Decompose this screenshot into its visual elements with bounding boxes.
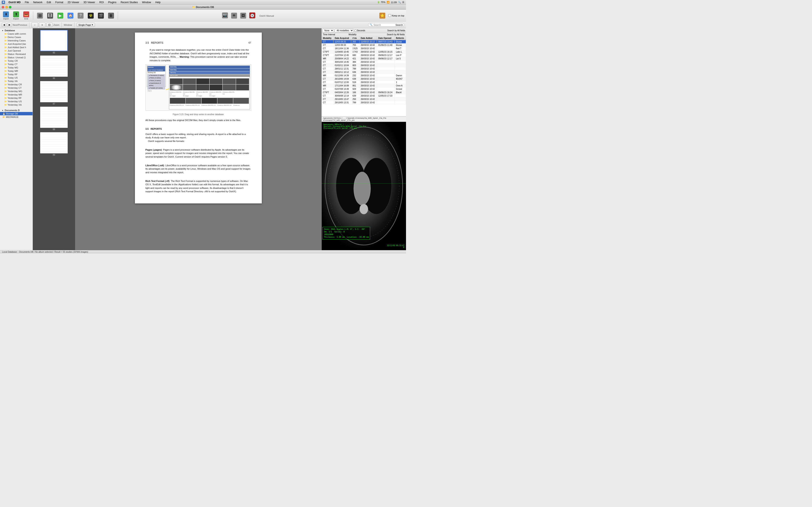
table-row[interactable]: CT\PT 04/03/04 12:26 166 26/03/15 10:42 … xyxy=(322,91,406,94)
table-row[interactable]: CT 28/01/11 12:31 788 26/03/15 10:42 xyxy=(322,67,406,70)
menu-network[interactable]: Network xyxy=(32,0,43,4)
pdf-search-input[interactable] xyxy=(373,24,395,26)
none-select[interactable]: None xyxy=(322,29,334,32)
thumb-88[interactable]: 88 xyxy=(40,107,68,130)
col-date-added[interactable]: Date Added xyxy=(359,36,377,40)
zoom-fit-button[interactable]: ⊡ xyxy=(46,22,52,27)
maximize-button[interactable] xyxy=(9,6,11,8)
table-row[interactable]: MR 17/11/04 16:08 861 26/03/15 10:42 Ore… xyxy=(322,84,406,88)
menu-window[interactable]: Window xyxy=(141,0,152,4)
table-row[interactable]: CT 18/11/04 11:36 1'625 26/03/15 10:42 R… xyxy=(322,47,406,50)
mode-dropdown-icon[interactable]: ▾ xyxy=(92,23,93,26)
toolbar-btn-eye[interactable]: 👁 xyxy=(230,12,238,19)
toolbar-btn-camera[interactable]: 📷 xyxy=(221,12,229,19)
zoom-in-button[interactable]: ＋ xyxy=(39,22,45,27)
export-button[interactable]: ⬆ Export xyxy=(12,11,20,20)
toolbar-btn-green[interactable]: ▶ xyxy=(56,12,64,19)
keep-on-top-checkbox[interactable] xyxy=(388,14,391,17)
table-row[interactable]: MR 25/08/04 14:22 421 26/03/15 10:42 09/… xyxy=(322,57,406,60)
sidebar-yesterday-rf[interactable]: 📁 Yesterday RF xyxy=(0,96,33,100)
table-row[interactable]: CT 12/03 09:33 755 26/03/15 10:42 01/06/… xyxy=(322,44,406,47)
menu-file[interactable]: File xyxy=(24,0,30,4)
toolbar-btn-cd[interactable]: 💿 xyxy=(248,12,256,19)
sidebar-today-rf[interactable]: 📁 Today RF xyxy=(0,73,33,76)
table-row[interactable]: CT 01/07/12 12:00 518 26/03/15 10:42 1 xyxy=(322,81,406,84)
sidebar-just-acquired[interactable]: 📁 Just Acquired (las xyxy=(0,42,33,46)
table-row[interactable]: CT\PT 11/04/05 10:45 1'743 26/03/15 10:4… xyxy=(322,50,406,54)
menu-recent[interactable]: Recent Studies xyxy=(120,0,139,4)
menu-app[interactable]: OsiriX MD xyxy=(8,0,21,4)
menu-edit[interactable]: Edit xyxy=(46,0,52,4)
sidebar-yesterday-mr[interactable]: 📁 Yesterday MR xyxy=(0,93,33,96)
col-num-im[interactable]: # im xyxy=(351,36,359,40)
toolbar-btn-radioactive[interactable]: ☢ xyxy=(87,12,95,19)
toolbar-btn-question[interactable]: ? xyxy=(77,12,85,19)
sidebar-yesterday-us[interactable]: 📁 Yesterday US xyxy=(0,100,33,103)
prev-button[interactable]: ◀ xyxy=(2,23,6,27)
sidebar-medimage[interactable]: 📂 MEDIMAGE xyxy=(0,115,33,119)
sidebar-documents-header[interactable]: ▼ Documents D xyxy=(0,108,33,112)
all-modalities-select[interactable]: All modalities xyxy=(335,29,354,32)
table-row[interactable]: CT 30/01/04 14:45 384 26/03/15 10:42 xyxy=(322,60,406,64)
col-modality[interactable]: Modality xyxy=(322,36,333,40)
sidebar-today-mr[interactable]: 📁 Today MR xyxy=(0,69,33,73)
table-row[interactable]: MR 01/12/06 14:39 232 26/03/15 10:42 Dae… xyxy=(322,74,406,77)
thumb-85[interactable]: 85 xyxy=(40,30,68,54)
zoom-out-button[interactable]: － xyxy=(32,22,38,27)
sidebar-today-mg[interactable]: 📁 Today MG xyxy=(0,66,33,69)
table-row[interactable]: CT 01/07/08 14:49 929 26/03/15 10:42 Gro… xyxy=(322,88,406,91)
sidebar-just-opened[interactable]: 📁 Just Opened xyxy=(0,49,33,52)
menu-help[interactable]: Help xyxy=(154,0,161,4)
close-button[interactable] xyxy=(2,6,4,8)
seconds-checkbox[interactable] xyxy=(354,30,357,32)
col-date-acq[interactable]: Date Acquired xyxy=(333,36,351,40)
toolbar-btn-star[interactable]: ⭐ xyxy=(378,12,387,19)
sidebar-today-ct[interactable]: 📁 Today CT xyxy=(0,62,33,66)
menu-2dviewer[interactable]: 2D Viewer xyxy=(67,0,80,4)
sidebar-yesterday-cr[interactable]: 📁 Yesterday CR xyxy=(0,83,33,86)
dicom-table-container[interactable]: Modality Date Acquired # im Date Added D… xyxy=(322,36,406,117)
table-row[interactable]: CT 01/02/11 10:04 803 26/03/15 10:42 xyxy=(322,64,406,67)
col-referrin[interactable]: Referrin xyxy=(395,36,406,40)
sidebar-today-us[interactable]: 📁 Today US xyxy=(0,76,33,79)
sidebar-database-header[interactable]: ▼ Database xyxy=(0,28,33,32)
menu-roi[interactable]: ROI xyxy=(99,0,105,4)
next-button[interactable]: ▶ xyxy=(7,23,12,27)
keep-on-top-control[interactable]: Keep on top xyxy=(388,14,404,17)
dicom-viewer[interactable]: Agecanonix OQYorzL ( - , - ) Specials 1C… xyxy=(322,122,406,250)
minimize-button[interactable] xyxy=(5,6,8,8)
menu-3dviewer[interactable]: 3D Viewer xyxy=(83,0,96,4)
menu-format[interactable]: Format xyxy=(54,0,64,4)
sidebar-today-cr[interactable]: 📁 Today CR xyxy=(0,59,33,62)
sidebar-demo-cases[interactable]: 📁 Demo Cases xyxy=(0,36,33,39)
sidebar-yesterday-mg[interactable]: 📁 Yesterday MG xyxy=(0,90,33,93)
menu-plugins[interactable]: Plugins xyxy=(107,0,117,4)
sidebar-status-unread[interactable]: 📁 Status: Unread (1 xyxy=(0,56,33,59)
table-row[interactable]: CT 12/03 09:33 355 11/05/15 15:12 08/07/… xyxy=(322,40,406,44)
sidebar-yesterday-ct[interactable]: 📁 Yesterday CT xyxy=(0,86,33,90)
sidebar-cases-with-comm[interactable]: 📁 Cases with comm xyxy=(0,32,33,36)
toolbar-btn-clapboard[interactable]: 🎬 xyxy=(97,12,105,19)
table-row[interactable]: CT 29/10/05 13:31 799 26/03/15 10:42 xyxy=(322,101,406,104)
thumb-86[interactable]: 86 xyxy=(40,56,68,79)
table-row[interactable]: CT\PT 21/07/04 12:45 680 26/03/15 10:42 … xyxy=(322,54,406,57)
pdf-main[interactable]: 3.5 REPORTS 67 If you want to merge two … xyxy=(75,28,321,250)
sidebar-storage-db[interactable]: 💾 Storage DB xyxy=(0,112,33,115)
sidebar-status-reviewed[interactable]: 📁 Status: Reviewed xyxy=(0,52,33,56)
toolbar-btn-photo[interactable]: 🖼 xyxy=(239,12,247,19)
sidebar-interesting-cases[interactable]: 📁 Interesting Cases xyxy=(0,39,33,42)
table-row[interactable]: CT 29/10/05 13:47 250 26/03/15 10:42 xyxy=(322,98,406,101)
table-row[interactable]: CT 30/06/08 12:14 639 26/03/15 10:42 12/… xyxy=(322,94,406,98)
sidebar-just-added[interactable]: 📁 Just Added (last h xyxy=(0,46,33,49)
toolbar-btn-film[interactable]: 🎞 xyxy=(46,12,54,19)
col-date-opened[interactable]: Date Opened xyxy=(377,36,395,40)
table-row[interactable]: CT 09/02/11 10:12 636 26/03/15 10:42 xyxy=(322,70,406,74)
sidebar-yesterday-xa[interactable]: 📁 Yesterday XA xyxy=(0,103,33,107)
import-button[interactable]: ⬇ Import xyxy=(2,11,10,20)
table-row[interactable]: CT 26/10/06 14:04 638 26/03/15 10:42 9D2… xyxy=(322,77,406,81)
thumb-89[interactable]: 89 xyxy=(40,132,68,156)
toolbar-btn-grid[interactable]: ⊞ xyxy=(36,12,44,19)
toolbar-btn-trash[interactable]: 🗑 xyxy=(107,12,115,19)
emit-button[interactable]: 📤 Emit xyxy=(22,11,31,20)
toolbar-btn-house[interactable]: 🏠 xyxy=(66,12,74,19)
